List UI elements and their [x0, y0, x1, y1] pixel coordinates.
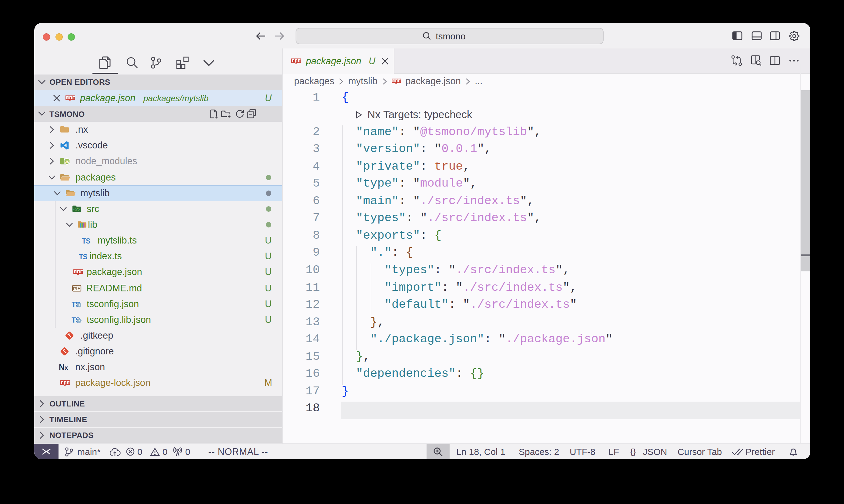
- svg-text:</>: </>: [73, 207, 80, 212]
- svg-text:TS: TS: [79, 253, 87, 260]
- svg-text:x: x: [65, 364, 68, 371]
- svg-text:JS: JS: [65, 160, 69, 164]
- svg-text:N: N: [59, 363, 64, 372]
- svg-text:TS: TS: [82, 237, 91, 245]
